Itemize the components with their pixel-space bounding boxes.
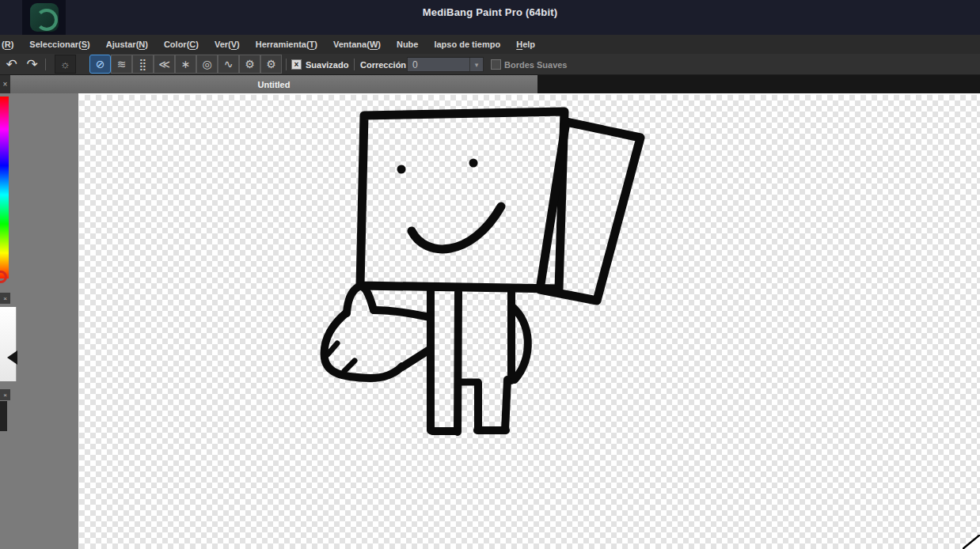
- close-icon: ×: [3, 295, 7, 302]
- bordes-suaves-label: Bordes Suaves: [504, 54, 567, 75]
- slider-handle-icon[interactable]: [7, 350, 17, 365]
- redo-icon: ↷: [26, 58, 37, 71]
- checkmark-icon: ×: [294, 60, 299, 69]
- correction-lines-button[interactable]: ≋: [111, 55, 132, 74]
- panel-close-button[interactable]: ×: [0, 293, 10, 304]
- correction-none-icon: ⊘: [96, 59, 105, 70]
- suavizado-label: Suavizado: [306, 54, 348, 75]
- tab-untitled[interactable]: Untitled: [10, 75, 537, 93]
- menu-help[interactable]: Help: [508, 40, 543, 49]
- snap-parallel-icon: ≪: [158, 59, 170, 70]
- canvas-corner-resize-handle[interactable]: [963, 535, 980, 549]
- titlebar: MediBang Paint Pro (64bit): [0, 0, 980, 35]
- panel-close-button[interactable]: ×: [0, 75, 10, 93]
- panel-close-button[interactable]: ×: [0, 389, 10, 400]
- snap-cross-button[interactable]: ∗: [175, 55, 196, 74]
- redo-button[interactable]: ↷: [22, 55, 42, 74]
- correction-dot-grid-button[interactable]: ⣿: [132, 55, 154, 74]
- toolbar-divider: [354, 59, 355, 70]
- menu-color[interactable]: Color(C): [156, 40, 207, 49]
- menu-ajustar[interactable]: Ajustar(N): [98, 40, 156, 49]
- robot-doodle-drawing: [79, 95, 980, 549]
- snap-curve-icon: ∿: [224, 59, 234, 70]
- canvas[interactable]: [78, 93, 980, 549]
- value-slider[interactable]: [0, 307, 17, 381]
- snap-curve-button[interactable]: ∿: [218, 55, 239, 74]
- toolbar-divider: [286, 59, 287, 70]
- correccion-dropdown[interactable]: 0 ▾: [407, 57, 484, 72]
- color-swatch[interactable]: [0, 401, 7, 431]
- menu-ver[interactable]: Ver(V): [207, 40, 248, 49]
- menu-ventana[interactable]: Ventana(W): [325, 40, 389, 49]
- menu-herramienta[interactable]: Herramienta(T): [248, 40, 325, 49]
- correction-lines-icon: ≋: [117, 59, 127, 70]
- close-icon: ×: [3, 392, 7, 399]
- correction-none-button[interactable]: ⊘: [89, 55, 111, 74]
- undo-icon: ↶: [6, 58, 17, 71]
- app-icon: [22, 0, 66, 35]
- workspace: × ×: [0, 93, 980, 549]
- correccion-value: 0: [408, 59, 469, 70]
- hue-slider[interactable]: [0, 97, 9, 278]
- chevron-down-icon: ▾: [469, 58, 483, 71]
- suavizado-checkbox[interactable]: ×: [291, 59, 302, 70]
- snap-cross-icon: ∗: [181, 59, 191, 70]
- medibang-window: MediBang Paint Pro (64bit) (R) Seleccion…: [0, 0, 980, 549]
- snap-settings-gear-icon: ⚙: [245, 59, 255, 70]
- menu-lapso-de-tiempo[interactable]: lapso de tiempo: [426, 40, 508, 49]
- tab-title: Untitled: [258, 80, 291, 89]
- brush-settings-button[interactable]: ⚙: [260, 55, 282, 74]
- spinner-icon: ☼: [60, 58, 70, 70]
- gear-icon: ⚙: [266, 59, 276, 70]
- brush-preview-button[interactable]: ☼: [55, 55, 76, 74]
- menu-nube[interactable]: Nube: [389, 40, 427, 49]
- snap-concentric-button[interactable]: ◎: [196, 55, 218, 74]
- snap-concentric-icon: ◎: [202, 59, 211, 70]
- menu-archivo[interactable]: (R): [0, 40, 21, 49]
- toolbar-divider: [45, 59, 46, 70]
- medibang-logo-icon: [30, 3, 59, 32]
- close-icon: ×: [3, 80, 8, 89]
- bordes-suaves-checkbox[interactable]: [491, 59, 501, 70]
- menu-seleccionar[interactable]: Seleccionar(S): [21, 40, 97, 49]
- toolbar: ↶ ↷ ☼ ⊘ ≋ ⣿ ≪ ∗ ◎ ∿ ⚙: [0, 54, 980, 75]
- undo-button[interactable]: ↶: [2, 55, 21, 74]
- correccion-label: Corrección: [360, 54, 406, 75]
- window-title: MediBang Paint Pro (64bit): [0, 0, 980, 25]
- dot-grid-icon: ⣿: [139, 59, 146, 70]
- menubar: (R) Seleccionar(S) Ajustar(N) Color(C) V…: [0, 35, 980, 54]
- snap-parallel-button[interactable]: ≪: [154, 55, 175, 74]
- snap-settings-button[interactable]: ⚙: [239, 55, 260, 74]
- document-tabbar: × Untitled: [0, 75, 980, 93]
